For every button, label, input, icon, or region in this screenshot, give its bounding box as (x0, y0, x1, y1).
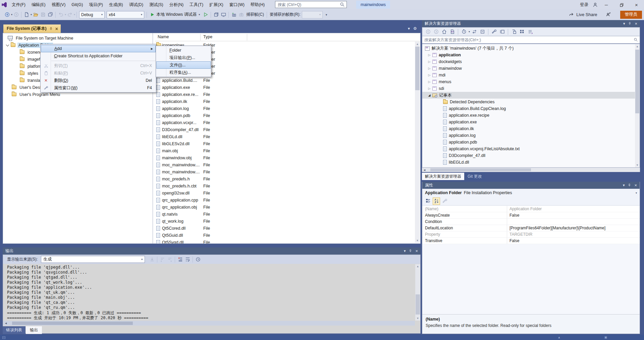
scrollbar-thumb[interactable] (12, 322, 133, 325)
open-folder-icon[interactable] (32, 11, 39, 19)
close-icon[interactable]: × (415, 248, 418, 253)
menu-edit[interactable]: 编辑(E) (29, 0, 49, 9)
file-row[interactable]: mainwindow.objFile (155, 154, 415, 161)
restore-button[interactable] (614, 0, 629, 9)
tree-item-project-mdi[interactable]: ▷ mdi (422, 72, 640, 78)
column-header-type[interactable]: Type (203, 35, 212, 39)
scroll-down-arrow[interactable]: ▼ (415, 238, 420, 243)
scrollbar-thumb[interactable] (415, 47, 420, 90)
properties-title-bar[interactable]: 属性 ▾ × (422, 182, 640, 189)
menu-file[interactable]: 文件(F) (9, 0, 29, 9)
new-project-icon[interactable] (23, 11, 30, 19)
properties-object-selector[interactable]: Application Folder File Installation Pro… (422, 189, 640, 197)
file-row[interactable]: qt_work.logFile (155, 218, 415, 225)
capture-frame-label[interactable]: 捕获帧(C) (246, 12, 264, 17)
menu-window[interactable]: 窗口(W) (226, 0, 248, 9)
solution-search-input[interactable] (422, 38, 632, 42)
file-row[interactable]: application.pdbFile (155, 112, 415, 119)
menu-test[interactable]: 测试(S) (146, 0, 166, 9)
file-row[interactable]: moc_mainwindow....File (155, 168, 415, 175)
file-row[interactable]: qt.natvisFile (155, 211, 415, 218)
chevron-right-icon[interactable]: ▷ (426, 60, 432, 63)
scroll-left-arrow[interactable]: ◄ (422, 168, 426, 172)
word-wrap-icon[interactable] (184, 256, 191, 264)
alphabetical-sort-icon[interactable] (433, 197, 440, 205)
next-message-icon[interactable] (166, 256, 173, 264)
scroll-up-arrow[interactable]: ▲ (635, 44, 640, 48)
file-row[interactable]: application.logFile (155, 105, 415, 112)
tree-item-file[interactable]: application.vcxproj.FileListAbsolute.txt (422, 146, 640, 152)
column-header-name[interactable]: Name (158, 35, 169, 39)
sign-in-button[interactable]: 登录 (577, 0, 591, 9)
scroll-down-arrow[interactable]: ▼ (415, 317, 420, 320)
menu-analyze[interactable]: 分析(N) (166, 0, 186, 9)
property-row[interactable]: (Name)Application Folder (422, 206, 640, 212)
menu-item-add[interactable]: Add ▶ (41, 45, 156, 52)
feedback-icon[interactable] (605, 11, 612, 19)
file-row[interactable]: libEGLd.dllFile (155, 133, 415, 140)
file-row[interactable]: moc_predefs.hFile (155, 175, 415, 182)
redo-icon[interactable] (66, 11, 73, 19)
property-row[interactable]: PropertyTARGETDIR (422, 231, 640, 238)
menu-item-cut[interactable]: 剪切(T) Ctrl+X (41, 62, 156, 69)
menu-item-assembly[interactable]: 程序集(A)... (156, 69, 211, 76)
collapse-all-icon[interactable] (479, 28, 486, 36)
tree-item-project-application[interactable]: ▷ application (422, 52, 640, 58)
show-all-files-icon[interactable] (510, 28, 518, 36)
window-position-dropdown-icon[interactable]: ▾ (404, 249, 406, 253)
menu-item-delete[interactable]: ✕ 删除(D) Del (41, 77, 156, 84)
tree-item-file[interactable]: application.exe (422, 119, 640, 125)
chevron-right-icon[interactable]: ▷ (426, 87, 432, 90)
menu-extensions[interactable]: 扩展(X) (206, 0, 226, 9)
solution-search-box[interactable] (422, 36, 640, 44)
background-tasks-icon[interactable] (2, 336, 6, 339)
property-pages-wrench-icon[interactable] (441, 197, 448, 205)
gear-icon[interactable]: ⚙ (413, 26, 417, 31)
menu-project[interactable]: 项目(P) (86, 0, 106, 9)
vertical-scrollbar[interactable]: ▲ ▼ (415, 42, 420, 243)
scroll-left-arrow[interactable]: ◄ (3, 322, 7, 325)
user-profile-icon[interactable] (591, 1, 599, 9)
file-row[interactable]: application.Build....File (155, 77, 415, 84)
tree-item-file[interactable]: application.exe.recipe (422, 112, 640, 119)
sync-with-active-document-icon[interactable] (448, 28, 456, 36)
file-row[interactable]: application.exeFile (155, 84, 415, 91)
tree-item-file[interactable]: libEGLd.dll (422, 159, 640, 166)
start-debugging-button[interactable]: 本地 Windows 调试器 ▾ (148, 11, 202, 19)
scroll-up-arrow[interactable]: ▲ (415, 264, 420, 268)
file-row[interactable]: Qt5Svgd.dllFile (155, 239, 415, 243)
quick-search-input[interactable] (275, 2, 338, 7)
tree-item-solution[interactable]: 解决方案 'mainwindows' (7 个项目，共 7 个) (422, 45, 640, 52)
menu-help[interactable]: 帮助(H) (248, 0, 268, 9)
tab-file-system-designer[interactable]: File System (记事本) × (3, 24, 61, 33)
filter-dropdown[interactable]: ▾ (469, 30, 470, 33)
chevron-right-icon[interactable]: ▷ (426, 53, 432, 57)
menu-build[interactable]: 生成(B) (106, 0, 126, 9)
notifications-icon[interactable]: ▣ (604, 336, 607, 339)
property-row[interactable]: TransitiveFalse (422, 238, 640, 244)
forward-icon[interactable] (432, 28, 440, 36)
property-row[interactable]: AlwaysCreateFalse (422, 212, 640, 219)
file-row[interactable]: application.exe.re...File (155, 91, 415, 98)
file-row[interactable]: moc_mainwindow....File (155, 161, 415, 168)
clear-all-icon[interactable] (176, 256, 184, 264)
quick-search-box[interactable] (275, 1, 347, 8)
view-designer-icon[interactable] (526, 28, 534, 36)
menu-item-project-output[interactable]: 项目输出(P)... (156, 54, 211, 61)
file-row[interactable]: application.vcxpr...File (155, 119, 415, 126)
file-row[interactable]: application.ilkFile (155, 98, 415, 105)
administrator-badge[interactable]: 管理员 (620, 11, 642, 19)
tab-git-changes[interactable]: Git 更改 (465, 173, 485, 180)
home-icon[interactable] (440, 28, 448, 36)
menu-item-folder[interactable]: Folder (156, 47, 211, 54)
pin-icon[interactable] (628, 22, 632, 25)
menu-item-properties-window[interactable]: 属性窗口(W) F4 (41, 84, 156, 92)
scrollbar-thumb[interactable] (635, 50, 639, 113)
scroll-down-arrow[interactable]: ▼ (635, 164, 640, 167)
undo-icon[interactable] (57, 11, 64, 19)
menu-view[interactable]: 视图(V) (49, 0, 69, 9)
profiler-icon[interactable] (212, 11, 220, 19)
toolbar-overflow-icon[interactable]: ▾ (323, 11, 330, 19)
start-without-debugging-icon[interactable] (202, 11, 209, 19)
pin-icon[interactable] (409, 249, 412, 253)
